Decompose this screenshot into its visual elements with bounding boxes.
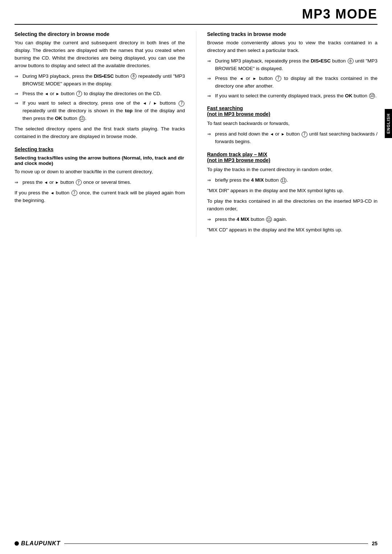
random-play-body4: "MIX CD" appears in the display and the … <box>207 226 378 234</box>
browse-body2: The selected directory opens and the fir… <box>15 125 185 141</box>
random-play-title: Random track play – MIX(not in MP3 brows… <box>207 151 378 163</box>
bullet-item: If you want to select a directory, press… <box>15 100 185 122</box>
bullet-item: During MP3 playback, repeatedly press th… <box>207 57 378 73</box>
column-divider <box>196 31 196 237</box>
selecting-tracks-bullets: press the ◄ or ► button 7 once or severa… <box>15 179 185 186</box>
main-content: Selecting the directory in browse mode Y… <box>0 25 392 237</box>
4mix-label2: 4 MIX <box>237 217 249 222</box>
language-tab: ENGLISH <box>385 109 392 138</box>
browse-tracks-bullets: During MP3 playback, repeatedly press th… <box>207 57 378 100</box>
circled-7f: 7 <box>302 132 307 137</box>
bullet-item: If you want to select the currently disp… <box>207 92 378 100</box>
selecting-tracks-subsection-title: Selecting tracks/files using the arrow b… <box>15 155 185 166</box>
circled-11: 11 <box>79 116 85 122</box>
prev-icon2: ◄ <box>143 101 147 105</box>
random-play-body1: To play the tracks in the current direct… <box>207 166 378 174</box>
bullet-item: press the ◄ or ► button 7 once or severa… <box>15 179 185 186</box>
prev-icon4: ◄ <box>50 191 54 195</box>
footer-divider <box>64 543 368 544</box>
circled-7: 7 <box>76 91 82 97</box>
right-column: Selecting tracks in browse mode Browse m… <box>207 25 378 237</box>
next-icon: ► <box>56 92 60 96</box>
ok-label: OK <box>55 116 62 121</box>
prev-icon5: ◄ <box>239 76 243 81</box>
circled-11c: 11 <box>266 217 272 222</box>
browse-tracks-title: Selecting tracks in browse mode <box>207 31 378 37</box>
ok-label2: OK <box>345 93 352 98</box>
circled-7c: 7 <box>76 179 82 185</box>
logo-dot <box>15 541 19 546</box>
bullet-item: press and hold down the ◄ or ► button 7 … <box>207 130 378 146</box>
circled-8b: 8 <box>348 58 354 64</box>
page-footer: BLAUPUNKT 25 <box>0 540 392 547</box>
bullet-item: Press the ◄ or ► button 7 to display all… <box>207 75 378 90</box>
selecting-tracks-body1: To move up or down to another track/file… <box>15 168 185 176</box>
circled-7d: 7 <box>72 190 77 196</box>
top-label: top <box>125 108 132 113</box>
circled-7e: 7 <box>275 76 281 81</box>
next-icon3: ► <box>55 180 59 185</box>
bullet-item: Press the ◄ or ► button 7 to display the… <box>15 90 185 98</box>
brand-name: BLAUPUNKT <box>21 540 61 547</box>
prev-icon6: ◄ <box>270 132 274 136</box>
selecting-tracks-body2: If you press the ◄ button 7 once, the cu… <box>15 189 185 205</box>
fast-searching-bullets: press and hold down the ◄ or ► button 7 … <box>207 130 378 146</box>
section-browse-title: Selecting the directory in browse mode <box>15 31 185 37</box>
circled-11b: 11 <box>281 178 286 183</box>
left-column: Selecting the directory in browse mode Y… <box>15 25 185 237</box>
circled-7b: 7 <box>179 101 184 106</box>
fast-searching-body1: To fast search backwards or forwards, <box>207 120 378 128</box>
prev-icon3: ◄ <box>44 180 48 185</box>
page-title: MP3 MODE <box>15 7 377 25</box>
prev-icon: ◄ <box>45 92 49 96</box>
bullet-item: press the 4 MIX button 11 again. <box>207 216 378 223</box>
next-icon6: ► <box>281 132 285 136</box>
page: MP3 MODE ENGLISH Selecting the directory… <box>0 0 392 554</box>
dis-esc-label: DIS•ESC <box>94 73 114 79</box>
random-play-bullets2: press the 4 MIX button 11 again. <box>207 216 378 223</box>
browse-bullets: During MP3 playback, press the DIS•ESC b… <box>15 73 185 123</box>
circled-10: 10 <box>369 93 375 99</box>
bullet-item: During MP3 playback, press the DIS•ESC b… <box>15 73 185 88</box>
random-play-body3: To play the tracks contained in all the … <box>207 198 378 213</box>
random-play-bullets1: briefly press the 4 MIX button 11. <box>207 177 378 184</box>
selecting-tracks-title: Selecting tracks <box>15 146 185 152</box>
fast-searching-title: Fast searching(not in MP3 browse mode) <box>207 105 378 117</box>
browse-tracks-body1: Browse mode conveniently allows you to v… <box>207 39 378 54</box>
dis-esc-label2: DIS•ESC <box>311 58 331 64</box>
page-header: MP3 MODE <box>0 0 392 25</box>
4mix-label: 4 MIX <box>251 177 264 183</box>
next-icon5: ► <box>253 76 257 81</box>
browse-body1: You can display the current and subseque… <box>15 39 185 70</box>
footer-logo: BLAUPUNKT <box>15 540 61 547</box>
next-icon2: ► <box>153 101 157 105</box>
page-number: 25 <box>372 541 377 546</box>
circled-8: 8 <box>131 73 136 79</box>
bullet-item: briefly press the 4 MIX button 11. <box>207 177 378 184</box>
random-play-body2: "MIX DIR" appears in the display and the… <box>207 187 378 195</box>
